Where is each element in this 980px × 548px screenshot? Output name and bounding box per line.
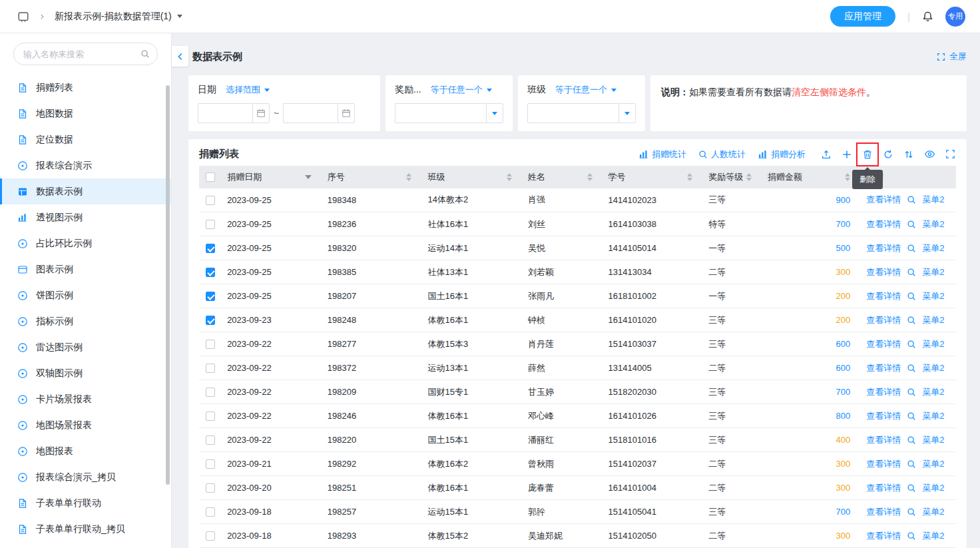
view-detail-link[interactable]: 查看详情 xyxy=(866,506,901,518)
reward-op-dropdown[interactable]: 等于任意一个 xyxy=(431,84,492,96)
menu2-link[interactable]: 菜单2 xyxy=(922,290,944,302)
row-checkbox[interactable] xyxy=(206,435,215,445)
menu2-link[interactable]: 菜单2 xyxy=(922,458,944,470)
sort-icon[interactable] xyxy=(845,173,850,181)
menu2-link[interactable]: 菜单2 xyxy=(922,266,944,278)
toolbar-stat-link-2[interactable]: 人数统计 xyxy=(698,148,746,160)
sidebar-item-11[interactable]: 雷达图示例 xyxy=(0,334,171,360)
sidebar-item-2[interactable]: 地图数据 xyxy=(0,101,171,127)
row-checkbox[interactable] xyxy=(206,340,215,349)
menu2-link[interactable]: 菜单2 xyxy=(922,242,944,254)
eye-button[interactable] xyxy=(923,148,935,160)
view-detail-link[interactable]: 查看详情 xyxy=(866,410,901,422)
app-manage-button[interactable]: 应用管理 xyxy=(830,6,895,27)
row-checkbox[interactable] xyxy=(206,220,215,229)
sidebar-item-7[interactable]: 占比环比示例 xyxy=(0,230,171,256)
trash-button[interactable]: 删除 xyxy=(861,148,873,160)
view-detail-link[interactable]: 查看详情 xyxy=(866,218,901,230)
row-search-icon[interactable] xyxy=(907,483,916,493)
row-checkbox[interactable] xyxy=(206,316,215,325)
calendar-icon[interactable] xyxy=(338,103,355,123)
menu2-link[interactable]: 菜单2 xyxy=(922,314,944,326)
sort-button[interactable] xyxy=(903,148,915,160)
refresh-button[interactable] xyxy=(882,148,894,160)
row-checkbox[interactable] xyxy=(206,268,215,277)
select-caret-button[interactable] xyxy=(618,103,636,123)
sidebar-search[interactable] xyxy=(13,43,158,65)
export-button[interactable] xyxy=(820,148,832,160)
toolbar-stat-link-3[interactable]: 捐赠分析 xyxy=(758,148,806,160)
filter-caret-icon[interactable] xyxy=(305,175,312,179)
column-header[interactable]: 捐赠金额 xyxy=(760,166,859,188)
sidebar-item-3[interactable]: 定位数据 xyxy=(0,127,171,152)
bell-icon[interactable] xyxy=(922,11,933,22)
row-search-icon[interactable] xyxy=(907,292,916,301)
view-detail-link[interactable]: 查看详情 xyxy=(866,290,901,302)
row-search-icon[interactable] xyxy=(907,364,916,373)
view-detail-link[interactable]: 查看详情 xyxy=(866,362,901,374)
sidebar-item-13[interactable]: 卡片场景报表 xyxy=(0,386,171,412)
row-checkbox[interactable] xyxy=(206,483,215,493)
class-select-value[interactable] xyxy=(527,103,618,123)
row-search-icon[interactable] xyxy=(907,411,916,421)
clear-filters-link[interactable]: 清空左侧筛选条件 xyxy=(792,87,866,97)
menu2-link[interactable]: 菜单2 xyxy=(922,194,944,206)
column-header[interactable]: 捐赠日期 xyxy=(219,166,320,188)
row-checkbox[interactable] xyxy=(206,292,215,301)
avatar[interactable]: 专用 xyxy=(945,7,965,27)
column-header[interactable]: 序号 xyxy=(320,166,420,188)
menu2-link[interactable]: 菜单2 xyxy=(922,410,944,422)
row-search-icon[interactable] xyxy=(907,388,916,397)
sort-icon[interactable] xyxy=(687,173,692,181)
app-window-icon[interactable] xyxy=(17,11,29,23)
sidebar-item-9[interactable]: 饼图示例 xyxy=(0,282,171,308)
row-search-icon[interactable] xyxy=(907,459,916,469)
view-detail-link[interactable]: 查看详情 xyxy=(866,386,901,398)
sidebar-item-18[interactable]: 子表单单行联动_拷贝 xyxy=(0,516,171,542)
sidebar-item-4[interactable]: 报表综合演示 xyxy=(0,152,171,178)
row-search-icon[interactable] xyxy=(907,316,916,325)
row-checkbox[interactable] xyxy=(206,244,215,253)
row-checkbox[interactable] xyxy=(206,507,215,517)
view-detail-link[interactable]: 查看详情 xyxy=(866,242,901,254)
date-end-input[interactable] xyxy=(283,103,338,123)
row-search-icon[interactable] xyxy=(907,244,916,253)
view-detail-link[interactable]: 查看详情 xyxy=(866,482,901,494)
row-checkbox[interactable] xyxy=(206,388,215,397)
menu2-link[interactable]: 菜单2 xyxy=(922,386,944,398)
sort-icon[interactable] xyxy=(406,173,411,181)
toolbar-stat-link-1[interactable]: 捐赠统计 xyxy=(638,148,686,160)
class-op-dropdown[interactable]: 等于任意一个 xyxy=(555,84,616,96)
row-search-icon[interactable] xyxy=(907,268,916,277)
sidebar-scrollbar[interactable] xyxy=(166,85,170,485)
menu2-link[interactable]: 菜单2 xyxy=(922,482,944,494)
row-search-icon[interactable] xyxy=(907,340,916,349)
column-header[interactable]: 姓名 xyxy=(520,166,601,188)
view-detail-link[interactable]: 查看详情 xyxy=(866,338,901,350)
column-header[interactable]: 班级 xyxy=(419,166,520,188)
select-all-checkbox[interactable] xyxy=(206,172,215,182)
view-detail-link[interactable]: 查看详情 xyxy=(866,266,901,278)
view-detail-link[interactable]: 查看详情 xyxy=(866,314,901,326)
menu2-link[interactable]: 菜单2 xyxy=(922,362,944,374)
plus-button[interactable] xyxy=(841,148,853,160)
sidebar-item-16[interactable]: 报表综合演示_拷贝 xyxy=(0,464,171,490)
sidebar-item-8[interactable]: 图表示例 xyxy=(0,256,171,282)
row-search-icon[interactable] xyxy=(907,195,916,204)
sidebar-item-1[interactable]: 捐赠列表 xyxy=(0,75,171,101)
view-detail-link[interactable]: 查看详情 xyxy=(866,194,901,206)
search-input[interactable] xyxy=(23,49,140,59)
sidebar-item-17[interactable]: 子表单单行联动 xyxy=(0,490,171,516)
select-caret-button[interactable] xyxy=(486,103,503,123)
row-checkbox[interactable] xyxy=(206,411,215,421)
fullscreen-button[interactable] xyxy=(944,148,956,160)
sidebar-item-12[interactable]: 双轴图示例 xyxy=(0,360,171,386)
sidebar-item-5[interactable]: 数据表示例 xyxy=(0,178,171,204)
report-title-dropdown[interactable]: 新报表示例-捐款数据管理(1) xyxy=(55,11,182,23)
class-select[interactable] xyxy=(527,103,636,123)
sort-icon[interactable] xyxy=(587,173,593,181)
sidebar-item-10[interactable]: 指标示例 xyxy=(0,308,171,334)
sidebar-item-15[interactable]: 地图报表 xyxy=(0,438,171,464)
menu2-link[interactable]: 菜单2 xyxy=(922,338,944,350)
page-fullscreen-button[interactable]: 全屏 xyxy=(937,51,967,63)
